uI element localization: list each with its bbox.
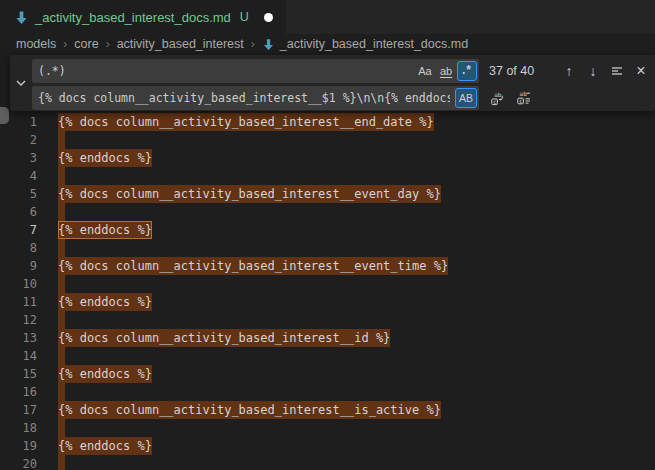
line-content[interactable]: {% docs column__activity_based_interest_… [58,113,434,131]
code-line[interactable]: 3{% enddocs %} [0,149,655,167]
line-number: 2 [0,131,37,149]
line-content[interactable]: {% docs column__activity_based_interest_… [58,257,448,275]
line-content[interactable]: {% enddocs %} [58,365,152,383]
regex-toggle[interactable]: .* [457,61,477,81]
empty-match-highlight [58,203,65,221]
code-line[interactable]: 9{% docs column__activity_based_interest… [0,257,655,275]
replace-all-button[interactable]: ab c [514,88,534,108]
empty-match-highlight [58,167,65,185]
line-content[interactable] [58,419,65,437]
code-line[interactable]: 15{% enddocs %} [0,365,655,383]
line-number: 6 [0,203,37,221]
line-content[interactable]: {% enddocs %} [58,293,152,311]
line-content[interactable] [58,311,65,329]
code-line[interactable]: 11{% enddocs %} [0,293,655,311]
arrow-down-icon: ↓ [590,63,597,79]
match-highlight: {% enddocs %} [58,437,152,455]
code-line[interactable]: 7{% enddocs %} [0,221,655,239]
match-highlight: {% docs column__activity_based_interest_… [58,401,441,419]
breadcrumb-item-file[interactable]: _activity_based_interest_docs.md [262,37,468,51]
find-in-selection-button[interactable] [607,61,627,81]
line-content[interactable]: {% enddocs %} [58,149,152,167]
replace-button[interactable]: ab c [488,88,508,108]
find-in-selection-icon [609,63,625,79]
code-line[interactable]: 4 [0,167,655,185]
breadcrumb-separator: › [251,37,255,51]
code-line[interactable]: 10 [0,275,655,293]
line-number: 15 [0,365,37,383]
line-number: 17 [0,401,37,419]
line-content[interactable] [58,203,65,221]
code-line[interactable]: 2 [0,131,655,149]
line-content[interactable] [58,239,65,257]
breadcrumb-item-activity-based-interest[interactable]: activity_based_interest [117,37,244,51]
breadcrumb: models › core › activity_based_interest … [0,34,655,54]
line-content[interactable] [58,455,65,470]
whole-word-toggle[interactable]: ab [436,61,456,81]
line-number: 7 [0,221,37,239]
line-content[interactable]: {% docs column__activity_based_interest_… [58,401,441,419]
code-line[interactable]: 1{% docs column__activity_based_interest… [0,113,655,131]
replace-row: AB ab c [32,86,655,110]
code-line[interactable]: 19{% enddocs %} [0,437,655,455]
clipped-panel-fragment [0,107,9,124]
line-number: 8 [0,239,37,257]
breadcrumb-file-label: _activity_based_interest_docs.md [280,37,468,51]
empty-match-highlight [58,455,65,470]
match-case-toggle[interactable]: Aa [415,61,435,81]
arrow-up-icon: ↑ [566,63,573,79]
code-line[interactable]: 14 [0,347,655,365]
line-content[interactable]: {% docs column__activity_based_interest_… [58,185,441,203]
code-line[interactable]: 8 [0,239,655,257]
code-line[interactable]: 20 [0,455,655,470]
find-widget: Aa ab .* 37 of 40 ↑ ↓ [10,55,655,111]
tab-filename: _activity_based_interest_docs.md [35,10,231,25]
code-line[interactable]: 12 [0,311,655,329]
line-content[interactable] [58,383,65,401]
code-line[interactable]: 5{% docs column__activity_based_interest… [0,185,655,203]
previous-match-button[interactable]: ↑ [559,61,579,81]
toggle-replace-button[interactable] [10,55,32,111]
empty-match-highlight [58,275,65,293]
code-area[interactable]: 1{% docs column__activity_based_interest… [0,113,655,470]
breadcrumb-item-core[interactable]: core [74,37,98,51]
tab-activity-based-interest-docs[interactable]: _activity_based_interest_docs.md U [0,0,286,34]
tab-bar: _activity_based_interest_docs.md U [0,0,655,34]
markdown-icon [262,38,275,51]
close-icon: × [636,62,645,80]
line-content[interactable]: {% enddocs %} [58,221,152,239]
match-highlight: {% docs column__activity_based_interest_… [58,329,390,347]
line-number: 20 [0,455,37,470]
replace-input[interactable] [32,86,454,110]
line-content[interactable] [58,131,65,149]
empty-match-highlight [58,347,65,365]
code-line[interactable]: 17{% docs column__activity_based_interes… [0,401,655,419]
empty-match-highlight [58,131,65,149]
line-content[interactable] [58,275,65,293]
git-status-badge: U [240,10,249,24]
line-content[interactable]: {% docs column__activity_based_interest_… [58,329,390,347]
code-line[interactable]: 18 [0,419,655,437]
line-content[interactable] [58,167,65,185]
vscode-window: _activity_based_interest_docs.md U model… [0,0,655,470]
svg-text:c: c [519,97,523,104]
code-line[interactable]: 16 [0,383,655,401]
breadcrumb-item-models[interactable]: models [16,37,56,51]
close-find-widget-button[interactable]: × [631,61,651,81]
preserve-case-toggle[interactable]: AB [455,88,477,108]
modified-dot[interactable] [264,13,273,22]
editor[interactable]: 1{% docs column__activity_based_interest… [0,54,655,470]
breadcrumb-separator: › [106,37,110,51]
replace-all-icon: ab c [516,90,532,106]
match-count: 37 of 40 [489,64,534,78]
empty-match-highlight [58,419,65,437]
match-highlight: {% docs column__activity_based_interest_… [58,185,441,203]
code-line[interactable]: 6 [0,203,655,221]
line-number: 19 [0,437,37,455]
find-input[interactable] [32,59,414,83]
line-number: 3 [0,149,37,167]
line-content[interactable]: {% enddocs %} [58,437,152,455]
line-content[interactable] [58,347,65,365]
code-line[interactable]: 13{% docs column__activity_based_interes… [0,329,655,347]
next-match-button[interactable]: ↓ [583,61,603,81]
